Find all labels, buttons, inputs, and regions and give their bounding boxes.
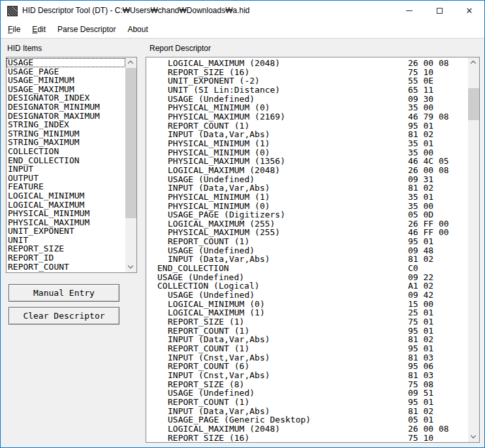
menu-item-about[interactable]: About (121, 25, 153, 34)
descriptor-item-hex: 26 00 08 (408, 166, 449, 175)
descriptor-line: PHYSICAL_MAXIMUM (255)46 FF 00 (148, 228, 468, 237)
list-item-unit[interactable]: UNIT (7, 236, 125, 245)
descriptor-line: LOGICAL_MAXIMUM (1)25 01 (148, 308, 468, 317)
list-item-string-minimum[interactable]: STRING_MINIMUM (7, 129, 125, 138)
descriptor-line: REPORT_COUNT (1)95 01 (148, 327, 468, 336)
list-item-designator-minimum[interactable]: DESIGNATOR_MINIMUM (7, 103, 125, 112)
menu-item-file[interactable]: File (2, 25, 26, 34)
list-item-report-id[interactable]: REPORT_ID (7, 253, 125, 263)
descriptor-line: USAGE (Undefined)09 48 (148, 246, 468, 255)
descriptor-item-hex: 05 0D (408, 210, 433, 219)
list-item-designator-maximum[interactable]: DESIGNATOR_MAXIMUM (7, 112, 125, 121)
list-item-logical-minimum[interactable]: LOGICAL_MINIMUM (7, 191, 125, 200)
maximize-button[interactable] (424, 1, 454, 21)
descriptor-item-hex: 09 42 (408, 291, 433, 300)
descriptor-item-text: PHYSICAL_MINIMUM (0) (148, 148, 270, 157)
minimize-icon (406, 10, 413, 11)
app-icon[interactable] (7, 6, 18, 16)
descriptor-item-text: LOGICAL_MAXIMUM (1) (148, 308, 265, 317)
descriptor-item-text: PHYSICAL_MAXIMUM (1356) (148, 157, 285, 166)
menu-item-edit[interactable]: Edit (26, 25, 52, 34)
descriptor-line: INPUT (Cnst,Var,Abs)81 03 (148, 371, 468, 380)
hid-items-listbox[interactable]: USAGEUSAGE_PAGEUSAGE_MINIMUMUSAGE_MAXIMU… (6, 57, 137, 273)
report-descriptor-text: LOGICAL_MAXIMUM (2048)26 00 08REPORT_SIZ… (148, 59, 468, 442)
descriptor-item-text: REPORT_COUNT (1) (148, 327, 249, 336)
clear-descriptor-button[interactable]: Clear Descriptor (8, 307, 119, 325)
descriptor-item-text: REPORT_SIZE (1) (148, 317, 244, 327)
descriptor-item-hex: 95 01 (408, 398, 433, 407)
descriptor-item-text: REPORT_COUNT (1) (148, 121, 249, 131)
scrollbar-thumb[interactable] (125, 68, 136, 218)
list-item-end-collection[interactable]: END_COLLECTION (7, 156, 125, 165)
hid-items-scrollbar[interactable] (125, 57, 136, 272)
list-item-designator-index[interactable]: DESIGNATOR_INDEX (7, 93, 125, 103)
descriptor-item-text: PHYSICAL_MINIMUM (1) (148, 139, 270, 148)
descriptor-line: REPORT_COUNT (6)95 06 (148, 362, 468, 371)
descriptor-item-hex: 95 01 (408, 327, 433, 336)
scroll-down-button[interactable] (468, 432, 479, 442)
list-item-usage-maximum[interactable]: USAGE_MAXIMUM (7, 85, 125, 94)
descriptor-item-text: REPORT_SIZE (8) (148, 380, 244, 389)
descriptor-line: USAGE_PAGE (Generic Desktop)05 01 (148, 415, 468, 424)
descriptor-item-text: LOGICAL_MAXIMUM (2048) (148, 424, 280, 434)
descriptor-item-text: PHYSICAL_MAXIMUM (255) (148, 228, 280, 237)
descriptor-item-text: REPORT_COUNT (1) (148, 237, 249, 246)
descriptor-item-text: PHYSICAL_MAXIMUM (2169) (148, 112, 285, 121)
descriptor-line: INPUT (Cnst,Var,Abs)81 03 (148, 353, 468, 362)
window-controls: ✕ (394, 1, 484, 21)
descriptor-item-text: INPUT (Data,Var,Abs) (148, 335, 270, 344)
scroll-up-button[interactable] (125, 57, 136, 68)
list-item-logical-maximum[interactable]: LOGICAL_MAXIMUM (7, 200, 125, 210)
descriptor-line: USAGE_PAGE (Digitizers)05 0D (148, 210, 468, 219)
list-item-report-size[interactable]: REPORT_SIZE (7, 244, 125, 253)
list-item-unit-exponent[interactable]: UNIT_EXPONENT (7, 227, 125, 236)
descriptor-line: REPORT_COUNT (1)95 01 (148, 398, 468, 407)
descriptor-item-hex: 95 06 (408, 362, 433, 371)
descriptor-line: LOGICAL_MAXIMUM (2048)26 00 08 (148, 166, 468, 175)
list-item-output[interactable]: OUTPUT (7, 174, 125, 183)
descriptor-item-hex: 09 48 (408, 246, 433, 255)
descriptor-item-text: USAGE (Undefined) (148, 389, 255, 398)
hid-items-label: HID Items (7, 44, 42, 53)
descriptor-item-text: USAGE_PAGE (Generic Desktop) (148, 415, 311, 424)
scroll-down-button[interactable] (125, 262, 136, 272)
scrollbar-thumb[interactable] (468, 88, 479, 120)
list-item-string-maximum[interactable]: STRING_MAXIMUM (7, 138, 125, 147)
descriptor-item-text: INPUT (Data,Var,Abs) (148, 130, 270, 139)
descriptor-item-hex: 15 00 (408, 300, 433, 309)
descriptor-line: PHYSICAL_MINIMUM (0)35 00 (148, 103, 468, 112)
descriptor-item-hex: 95 01 (408, 237, 433, 246)
close-button[interactable]: ✕ (454, 1, 484, 21)
list-item-report-count[interactable]: REPORT_COUNT (7, 263, 125, 272)
descriptor-line: INPUT (Data,Var,Abs)81 02 (148, 255, 468, 264)
scroll-up-button[interactable] (468, 57, 479, 68)
descriptor-item-text: UNIT_EXPONENT (-2) (148, 76, 260, 86)
list-item-collection[interactable]: COLLECTION (7, 147, 125, 156)
menu-bar: FileEditParse DescriptorAbout (1, 21, 484, 39)
list-item-usage[interactable]: USAGE (7, 58, 125, 67)
list-item-input[interactable]: INPUT (7, 165, 125, 174)
title-bar[interactable]: HID Descriptor Tool (DT) - C:₩Users₩chan… (1, 1, 484, 21)
descriptor-item-text: INPUT (Data,Var,Abs) (148, 184, 270, 193)
list-item-physical-maximum[interactable]: PHYSICAL_MAXIMUM (7, 218, 125, 227)
list-item-feature[interactable]: FEATURE (7, 182, 125, 191)
report-descriptor-box[interactable]: LOGICAL_MAXIMUM (2048)26 00 08REPORT_SIZ… (146, 57, 480, 443)
descriptor-line: USAGE (Undefined)09 42 (148, 291, 468, 300)
descriptor-item-text: USAGE (Undefined) (148, 246, 255, 255)
report-descriptor-scrollbar[interactable] (468, 57, 479, 442)
minimize-button[interactable] (394, 1, 424, 21)
report-descriptor-label: Report Descriptor (149, 44, 211, 53)
descriptor-item-hex: 26 FF 00 (408, 219, 449, 229)
descriptor-item-text: INPUT (Cnst,Var,Abs) (148, 353, 270, 362)
list-item-usage-page[interactable]: USAGE_PAGE (7, 67, 125, 76)
manual-entry-button[interactable]: Manual Entry (8, 284, 119, 302)
descriptor-line: USAGE (Undefined)09 51 (148, 389, 468, 398)
descriptor-item-text: LOGICAL_MAXIMUM (2048) (148, 166, 280, 175)
list-item-physical-minimum[interactable]: PHYSICAL_MINIMUM (7, 209, 125, 218)
menu-item-parse-descriptor[interactable]: Parse Descriptor (52, 25, 121, 34)
list-item-string-index[interactable]: STRING_INDEX (7, 120, 125, 129)
descriptor-item-hex: 09 22 (408, 273, 433, 282)
descriptor-item-text: REPORT_SIZE (16) (148, 68, 249, 77)
descriptor-item-hex: 81 03 (408, 353, 433, 362)
list-item-usage-minimum[interactable]: USAGE_MINIMUM (7, 76, 125, 85)
